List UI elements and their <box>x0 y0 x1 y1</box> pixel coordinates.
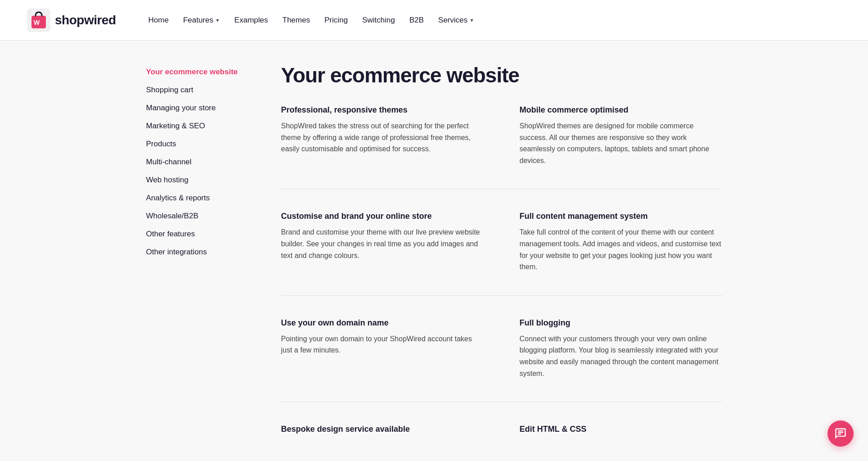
main-container: Your ecommerce website Shopping cart Man… <box>119 41 749 461</box>
logo-icon: W <box>27 9 50 32</box>
sidebar-item-other-features[interactable]: Other features <box>146 225 254 243</box>
feature-block-4: Use your own domain name Pointing your o… <box>281 318 484 379</box>
sidebar-item-ecommerce-website[interactable]: Your ecommerce website <box>146 63 254 81</box>
content-area: Your ecommerce website Professional, res… <box>281 63 722 439</box>
nav-services[interactable]: Services▼ <box>433 12 480 28</box>
nav-pricing[interactable]: Pricing <box>319 12 353 28</box>
sidebar-item-products[interactable]: Products <box>146 135 254 153</box>
feature-desc-1: ShopWired themes are designed for mobile… <box>520 120 722 166</box>
feature-title-0: Professional, responsive themes <box>281 105 484 115</box>
features-chevron: ▼ <box>215 18 220 23</box>
feature-block-3: Full content management system Take full… <box>520 212 722 272</box>
feature-block-0: Professional, responsive themes ShopWire… <box>281 105 484 166</box>
feature-desc-2: Brand and customise your theme with our … <box>281 226 484 261</box>
feature-title-5: Full blogging <box>520 318 722 328</box>
features-grid: Professional, responsive themes ShopWire… <box>281 105 722 439</box>
nav-examples[interactable]: Examples <box>229 12 274 28</box>
divider-3 <box>281 402 722 402</box>
feature-block-6: Bespoke design service available <box>281 425 484 439</box>
sidebar: Your ecommerce website Shopping cart Man… <box>146 63 254 439</box>
feature-desc-5: Connect with your customers through your… <box>520 333 722 379</box>
feature-title-7: Edit HTML & CSS <box>520 425 722 434</box>
services-chevron: ▼ <box>469 18 474 23</box>
nav-b2b[interactable]: B2B <box>404 12 429 28</box>
feature-title-2: Customise and brand your online store <box>281 212 484 221</box>
sidebar-item-web-hosting[interactable]: Web hosting <box>146 171 254 189</box>
chat-icon <box>834 427 847 440</box>
divider-2 <box>281 295 722 296</box>
feature-title-6: Bespoke design service available <box>281 425 484 434</box>
logo-text: shopwired <box>55 13 116 27</box>
feature-block-2: Customise and brand your online store Br… <box>281 212 484 272</box>
svg-text:W: W <box>34 19 40 26</box>
feature-title-3: Full content management system <box>520 212 722 221</box>
nav-switching[interactable]: Switching <box>357 12 400 28</box>
sidebar-item-managing-store[interactable]: Managing your store <box>146 99 254 117</box>
sidebar-item-other-integrations[interactable]: Other integrations <box>146 243 254 261</box>
feature-desc-0: ShopWired takes the stress out of search… <box>281 120 484 155</box>
sidebar-item-wholesale-b2b[interactable]: Wholesale/B2B <box>146 207 254 225</box>
page-title: Your ecommerce website <box>281 63 722 87</box>
sidebar-item-shopping-cart[interactable]: Shopping cart <box>146 81 254 99</box>
chat-button[interactable] <box>828 420 854 447</box>
feature-title-4: Use your own domain name <box>281 318 484 328</box>
feature-block-1: Mobile commerce optimised ShopWired them… <box>520 105 722 166</box>
feature-block-7: Edit HTML & CSS <box>520 425 722 439</box>
feature-block-5: Full blogging Connect with your customer… <box>520 318 722 379</box>
nav-themes[interactable]: Themes <box>277 12 315 28</box>
nav-home[interactable]: Home <box>143 12 174 28</box>
feature-desc-4: Pointing your own domain to your ShopWir… <box>281 333 484 356</box>
logo-link[interactable]: W shopwired <box>27 9 116 32</box>
divider-1 <box>281 189 722 189</box>
feature-title-1: Mobile commerce optimised <box>520 105 722 115</box>
sidebar-item-multi-channel[interactable]: Multi-channel <box>146 153 254 171</box>
main-nav: Home Features▼ Examples Themes Pricing S… <box>143 12 480 28</box>
feature-desc-3: Take full control of the content of your… <box>520 226 722 272</box>
nav-features[interactable]: Features▼ <box>178 12 225 28</box>
site-header: W shopwired Home Features▼ Examples Them… <box>0 0 868 41</box>
sidebar-item-analytics-reports[interactable]: Analytics & reports <box>146 189 254 207</box>
sidebar-item-marketing-seo[interactable]: Marketing & SEO <box>146 117 254 135</box>
